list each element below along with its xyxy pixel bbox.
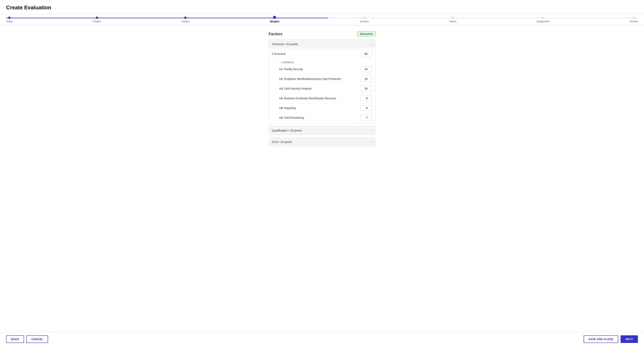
subfactor-row-i3: I-3 Card Security Features [280,84,372,94]
subfactor-row-i5: I-5 Reporting [280,103,372,113]
next-button[interactable]: NEXT [620,335,638,343]
stepper-container: Setup Phases Factors Weights Vendors Tea… [0,14,644,25]
factor-group-header-qualification[interactable]: Qualification • 30 points › [269,126,375,135]
chevron-right-icon-qualification: › [371,128,372,132]
subfactor-name-i1: I-1 Facility Security [280,68,303,71]
subfactors-header: ⌄ Subfactors [280,61,372,64]
subfactor-input-i1[interactable] [361,66,372,72]
subfactor-input-i2[interactable] [361,76,372,82]
subfactor-name-i2: I-2 Employee Identification/Access Card … [280,77,341,80]
step-assignment[interactable]: Assignment [536,16,550,23]
step-label-vendors: Vendors [360,20,369,23]
subfactor-row-i1: I-1 Facility Security [280,64,372,74]
back-button[interactable]: BACK [6,335,24,343]
step-dot-assignment [542,16,544,19]
factors-title: Factors [269,32,282,36]
step-label-assignment: Assignment [536,20,550,23]
footer-right: SAVE AND CLOSE NEXT [584,335,638,343]
step-dot-factors [184,16,186,19]
subfactor-name-i6: I-6 Card Reordering [280,116,304,119]
factor-group-cost: Cost • 20 points › [269,137,375,146]
subfactor-row-i6: I-6 Card Reordering [280,113,372,122]
save-close-button[interactable]: SAVE AND CLOSE [584,335,618,343]
step-dot-setup [8,16,10,19]
factor-name-technical: I Technical [272,52,286,56]
stepper: Setup Phases Factors Weights Vendors Tea… [6,14,638,25]
page-title: Create Evaluation [6,4,638,11]
subfactors-section: ⌄ Subfactors I-1 Facility Security I-2 E… [272,59,372,123]
page-header: Create Evaluation [0,0,644,14]
factor-input-technical[interactable] [361,51,372,57]
factor-group-technical: Technical • 50 points ⌄ I Technical ⌄ Su… [269,40,375,124]
factors-panel: Factors 100 points Technical • 50 points… [269,32,375,148]
factors-header: Factors 100 points [269,32,375,36]
subfactor-input-i6[interactable] [361,115,372,120]
subfactor-name-i4: I-4 Business Continuity Plan/Disaster Re… [280,97,336,100]
step-teams[interactable]: Teams [449,16,456,23]
step-weights[interactable]: Weights [270,16,279,23]
subfactors-label: Subfactors [282,61,294,64]
cancel-button[interactable]: CANCEL [26,335,48,343]
factor-group-qualification: Qualification • 30 points › [269,126,375,135]
subfactor-input-i4[interactable] [361,96,372,101]
factor-row-technical-main: I Technical [272,48,372,59]
step-dot-review [633,16,635,19]
total-points-badge: 100 points [357,32,375,36]
step-vendors[interactable]: Vendors [360,16,369,23]
chevron-right-icon-subfactors: ⌄ [280,61,282,64]
factor-group-header-technical[interactable]: Technical • 50 points ⌄ [269,40,375,48]
step-label-teams: Teams [449,20,456,23]
subfactor-name-i5: I-5 Reporting [280,106,296,110]
step-label-setup: Setup [6,20,12,23]
subfactor-input-i3[interactable] [361,86,372,92]
subfactor-name-i3: I-3 Card Security Features [280,87,312,90]
step-review[interactable]: Review [630,16,638,23]
step-dot-phases [96,16,98,19]
step-label-weights: Weights [270,20,279,23]
factor-group-title-qualification: Qualification • 30 points [272,129,302,132]
step-setup[interactable]: Setup [6,16,12,23]
footer-left: BACK CANCEL [6,335,48,343]
step-factors[interactable]: Factors [182,16,190,23]
step-phases[interactable]: Phases [93,16,101,23]
main-content: Factors 100 points Technical • 50 points… [0,25,644,332]
chevron-down-icon-technical: ⌄ [370,42,372,46]
subfactor-row-i2: I-2 Employee Identification/Access Card … [280,74,372,84]
footer-bar: BACK CANCEL SAVE AND CLOSE NEXT [0,332,644,346]
step-dot-weights [273,16,276,19]
step-label-phases: Phases [93,20,101,23]
step-dot-teams [452,16,454,19]
factor-group-body-technical: I Technical ⌄ Subfactors I-1 Facility Se… [269,48,375,123]
subfactor-row-i4: I-4 Business Continuity Plan/Disaster Re… [280,94,372,103]
factor-group-header-cost[interactable]: Cost • 20 points › [269,137,375,146]
chevron-right-icon-cost: › [371,140,372,144]
step-dot-vendors [363,16,366,19]
subfactor-input-i5[interactable] [361,105,372,111]
factor-group-title-technical: Technical • 50 points [272,42,298,46]
factor-group-title-cost: Cost • 20 points [272,140,292,144]
step-label-factors: Factors [182,20,190,23]
step-label-review: Review [630,20,638,23]
